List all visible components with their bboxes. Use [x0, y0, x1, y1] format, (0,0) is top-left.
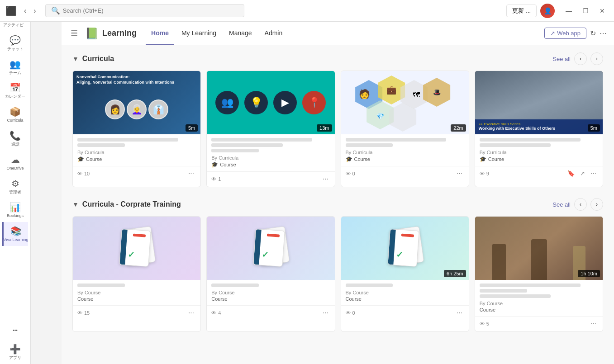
sidebar-item-viva[interactable]: 📚 Viva Learning — [2, 222, 29, 246]
share-button-c4[interactable]: ↗ — [578, 169, 587, 178]
card-views-cr2: 👁 4 — [211, 310, 221, 316]
card-footer-c4: 👁 9 🔖 ↗ ⋯ — [475, 166, 603, 181]
view-count: 9 — [486, 171, 489, 176]
curricula-section: ▼ Curricula See all ‹ › Nonverbal Commun… — [72, 52, 603, 187]
card-cr4[interactable]: 1h 10m By Course Course — [475, 216, 603, 332]
minimize-button[interactable]: — — [562, 5, 576, 16]
card-type-c1: 🎓 Course — [77, 156, 196, 162]
thumb-text: Nonverbal Communication:Aliging, Nonverb… — [76, 75, 197, 85]
card-footer-c2: 👁 1 ⋯ — [207, 171, 334, 187]
bookmark-button-c4[interactable]: 🔖 — [566, 169, 576, 178]
curricula-collapse-button[interactable]: ▼ — [72, 55, 79, 62]
sidebar-item-bookings[interactable]: 📊 Bookings — [2, 198, 29, 222]
view-count: 0 — [352, 171, 355, 176]
forward-button[interactable]: › — [30, 5, 39, 17]
card-actions-cr3: ⋯ — [455, 308, 464, 317]
back-button[interactable]: ‹ — [20, 5, 30, 17]
card-c2[interactable]: 👥 💡 ▶ 📍 13m By Curricula — [206, 71, 335, 187]
sidebar-item-teams[interactable]: 👥 チーム — [2, 55, 29, 79]
card-thumbnail-c4: »» Executive Skills Series Working with … — [475, 71, 603, 134]
meta-bar-1 — [211, 284, 259, 287]
refresh-button[interactable]: ↻ — [590, 29, 596, 38]
card-views-cr3: 👁 0 — [346, 310, 355, 316]
svg-text:🧑: 🧑 — [358, 89, 370, 99]
user-avatar[interactable]: 👤 — [540, 4, 555, 18]
card-more-button-c1[interactable]: ⋯ — [186, 169, 196, 178]
corporate-collapse-button[interactable]: ▼ — [72, 201, 79, 208]
meta-bars — [480, 284, 598, 298]
card-by-cr2: By Course — [211, 290, 330, 295]
web-app-button[interactable]: ↗ Web app — [544, 28, 586, 39]
card-more-button-c3[interactable]: ⋯ — [455, 169, 464, 178]
tab-home[interactable]: Home — [146, 22, 174, 45]
card-type-c4: 🎓 Course — [480, 156, 598, 162]
curricula-section-title: Curricula — [82, 55, 114, 63]
sidebar-apps-button[interactable]: ➕ アプリ — [0, 340, 30, 364]
card-more-button-cr2[interactable]: ⋯ — [321, 308, 330, 317]
card-actions-c2: ⋯ — [321, 175, 330, 183]
corporate-prev-button[interactable]: ‹ — [574, 198, 587, 211]
course-icon: 🎓 — [480, 156, 486, 162]
view-icon: 👁 — [211, 176, 216, 182]
hamburger-button[interactable]: ☰ — [69, 27, 80, 40]
view-icon: 👁 — [346, 171, 351, 176]
card-type-cr4: Course — [480, 307, 598, 312]
navbar-actions: ↗ Web app ↻ ⋯ — [544, 28, 607, 39]
section-title-group: ▼ Curricula - Corprate Training — [72, 200, 181, 208]
corporate-section: ▼ Curricula - Corprate Training See all … — [72, 198, 603, 332]
close-button[interactable]: ✕ — [596, 5, 609, 16]
card-cr3[interactable]: ✓ ✓ 6h 25m By Course — [341, 216, 469, 332]
sidebar-item-curricula[interactable]: 📦 Curricula — [2, 103, 29, 127]
card-more-button-cr3[interactable]: ⋯ — [455, 308, 464, 317]
card-cr1[interactable]: ✓ ✓ By Course Course — [72, 216, 201, 332]
corporate-see-all[interactable]: See all — [552, 201, 571, 208]
card-more-button-cr1[interactable]: ⋯ — [186, 308, 196, 317]
titlebar-actions: 更新 ... 👤 — ❐ ✕ — [506, 4, 609, 18]
card-c4[interactable]: »» Executive Skills Series Working with … — [475, 71, 603, 187]
course-icon: 🎓 — [211, 161, 218, 168]
card-type-label: Course — [354, 156, 370, 162]
tab-my-learning[interactable]: My Learning — [176, 22, 222, 45]
card-c3[interactable]: 🧑 💼 🗺 🎩 💎 22m By Curricu — [341, 71, 469, 187]
tab-admin[interactable]: Admin — [259, 22, 288, 45]
card-cr2[interactable]: ✓ ✓ By Course Course — [206, 216, 335, 332]
hexagons-svg: 🧑 💼 🗺 🎩 💎 — [341, 71, 469, 134]
tab-manage[interactable]: Manage — [224, 22, 257, 45]
card-duration-c2: 13m — [317, 124, 332, 132]
sidebar-item-onedrive[interactable]: ☁ OneDrive — [2, 151, 29, 175]
sidebar-item-calendar[interactable]: 📅 カレンダー — [2, 79, 29, 103]
sidebar-item-label: 通話 — [11, 142, 19, 147]
card-type-label: Course — [488, 156, 504, 162]
svg-text:💎: 💎 — [376, 113, 384, 120]
restore-button[interactable]: ❐ — [579, 5, 592, 16]
sidebar-item-chat[interactable]: 💬 チャット — [2, 31, 29, 55]
curricula-prev-button[interactable]: ‹ — [574, 52, 587, 65]
card-by-cr1: By Course — [77, 290, 196, 295]
update-button[interactable]: 更新 ... — [506, 5, 537, 17]
more-options-button[interactable]: ⋯ — [600, 29, 607, 38]
corporate-next-button[interactable]: › — [590, 198, 603, 211]
view-count: 4 — [218, 310, 221, 316]
card-more-button-cr4[interactable]: ⋯ — [589, 319, 598, 328]
corporate-cards-grid: ✓ ✓ By Course Course — [72, 216, 603, 332]
card-stack: ✓ ✓ — [252, 228, 289, 269]
search-bar: 🔍 — [45, 4, 244, 17]
meta-bars — [211, 284, 330, 287]
meta-bars — [346, 138, 464, 147]
sidebar-item-admin[interactable]: ⚙ 管理者 — [2, 175, 29, 199]
sidebar-more-button[interactable]: ••• — [0, 324, 30, 336]
meta-bar-1 — [77, 138, 178, 142]
flash-card-front: ✓ — [253, 229, 285, 267]
card-c1[interactable]: Nonverbal Communication:Aliging, Nonverb… — [72, 71, 201, 187]
card-views-cr4: 👁 5 — [480, 321, 489, 326]
card-more-button-c4[interactable]: ⋯ — [589, 169, 598, 178]
search-input[interactable] — [63, 7, 238, 14]
curricula-see-all[interactable]: See all — [552, 56, 571, 62]
curricula-cards-grid: Nonverbal Communication:Aliging, Nonverb… — [72, 71, 603, 187]
curricula-next-button[interactable]: › — [590, 52, 603, 65]
meta-bar-2 — [77, 143, 125, 147]
sidebar-item-calls[interactable]: 📞 通話 — [2, 127, 29, 151]
icon-circle-4: 📍 — [302, 91, 326, 114]
card-more-button-c2[interactable]: ⋯ — [321, 175, 330, 183]
curricula-section-actions: See all ‹ › — [552, 52, 603, 65]
